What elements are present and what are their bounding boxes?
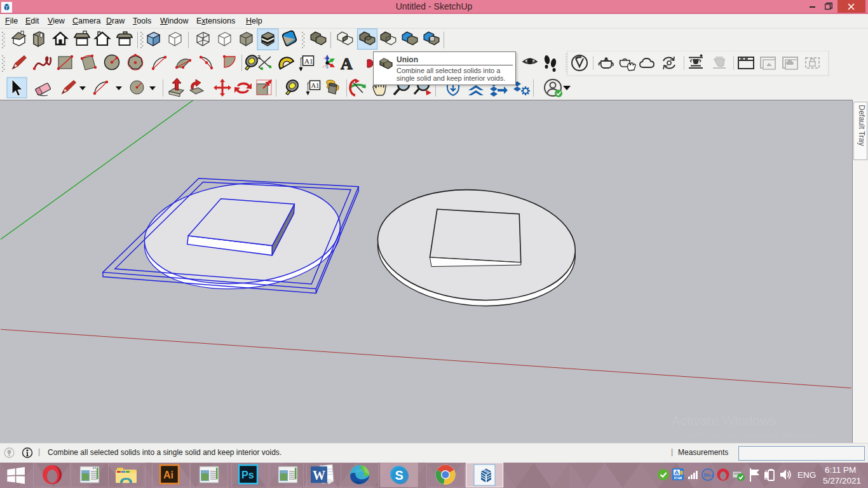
svg-text:S: S xyxy=(395,468,403,482)
svg-text:Go to PC settings to activate: Go to PC settings to activate Windows. xyxy=(671,430,819,440)
svg-text:A1: A1 xyxy=(304,57,313,65)
svg-text:W: W xyxy=(313,468,325,482)
svg-text:Ps: Ps xyxy=(241,470,254,480)
svg-text:3: 3 xyxy=(257,54,261,60)
svg-text:DELL: DELL xyxy=(704,473,715,477)
svg-text:A1: A1 xyxy=(311,82,320,89)
svg-text:A: A xyxy=(341,55,353,73)
svg-text:5/27/2021: 5/27/2021 xyxy=(823,476,861,485)
svg-text:Ai: Ai xyxy=(163,470,173,480)
svg-text:ENG: ENG xyxy=(797,470,816,480)
svg-text:6:11 PM: 6:11 PM xyxy=(825,465,856,475)
svg-text:Activate Windows: Activate Windows xyxy=(671,413,776,428)
